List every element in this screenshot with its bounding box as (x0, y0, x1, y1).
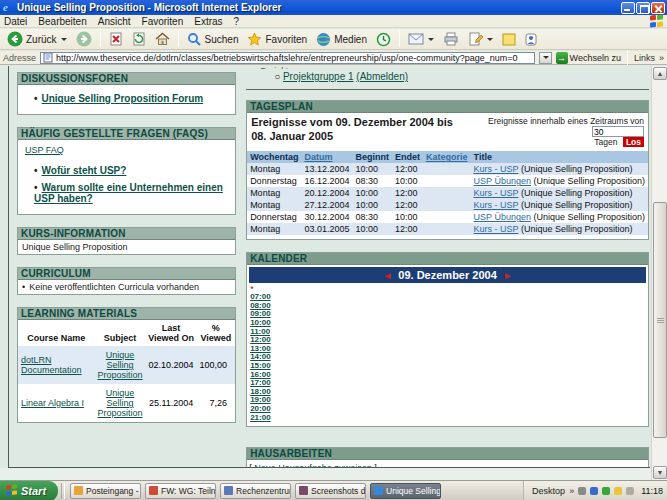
bullet-icon: • (34, 165, 38, 176)
address-dropdown-button[interactable] (539, 52, 552, 64)
usp-faq-link[interactable]: USP FAQ (25, 145, 64, 155)
table-header-row: Wochentag Datum Beginnt Endet Kategorie … (247, 151, 648, 163)
time-slot-link[interactable]: 19:00 (250, 396, 648, 405)
close-button[interactable] (651, 2, 665, 14)
maximize-button[interactable] (636, 2, 650, 14)
event-link[interactable]: Kurs - USP (474, 164, 519, 174)
media-button[interactable]: Medien (313, 31, 370, 48)
event-link[interactable]: USP Übungen (474, 176, 531, 186)
tray-icon[interactable] (602, 487, 610, 495)
time-slot-link[interactable]: 08:00 (250, 302, 648, 311)
links-chevron-icon[interactable]: » (659, 53, 664, 63)
days-input[interactable] (592, 126, 644, 137)
time-slot-link[interactable]: 16:00 (250, 371, 648, 380)
stop-button[interactable] (106, 31, 126, 47)
desktop-toolbar-label[interactable]: Desktop (532, 486, 565, 496)
tray-chevron-icon[interactable]: » (569, 486, 574, 496)
edit-dropdown-icon[interactable] (487, 38, 493, 41)
go-button[interactable]: → Wechseln zu (556, 52, 621, 64)
course-link[interactable]: Linear Algebra I (21, 398, 84, 408)
back-button[interactable]: Zurück (4, 30, 70, 48)
scrollbar-thumb[interactable] (653, 202, 667, 438)
time-slot-link[interactable]: 13:00 (250, 345, 648, 354)
task-label: Posteingang - Micros... (86, 486, 141, 496)
time-slot-link[interactable]: 17:00 (250, 379, 648, 388)
event-link[interactable]: USP Übungen (474, 212, 531, 222)
logout-link[interactable]: (Abmelden) (356, 71, 408, 82)
discuss-button[interactable] (499, 32, 519, 47)
column-pct-viewed[interactable]: % Viewed (197, 320, 236, 346)
event-link[interactable]: Kurs - USP (474, 188, 519, 198)
column-course-name[interactable]: Course Name (18, 320, 95, 346)
mail-dropdown-icon[interactable] (428, 38, 434, 41)
pct-viewed-cell: 100,00 (197, 346, 236, 384)
taskbar-task[interactable]: Screenshots dotLRN... (295, 483, 366, 499)
time-slot-link[interactable]: 10:00 (250, 319, 648, 328)
mail-button[interactable] (405, 32, 437, 46)
menu-ansicht[interactable]: Ansicht (98, 16, 131, 27)
menu-favoriten[interactable]: Favoriten (142, 16, 184, 27)
minimize-button[interactable] (621, 2, 635, 14)
taskbar-task[interactable]: Rechenzentrum Uni K... (220, 483, 291, 499)
menu-extras[interactable]: Extras (194, 16, 222, 27)
faq-question-link[interactable]: Wofür steht USP? (42, 165, 127, 176)
scroll-up-button[interactable]: ▲ (653, 67, 667, 80)
forum-link[interactable]: Unique Selling Proposition Forum (42, 93, 204, 104)
next-day-icon[interactable]: ► (503, 270, 513, 281)
time-slot-link[interactable]: 14:00 (250, 353, 648, 362)
time-slot-link[interactable]: 21:00 (250, 414, 648, 423)
column-endet: Endet (392, 151, 423, 163)
refresh-button[interactable] (129, 31, 149, 47)
taskbar-task[interactable]: Posteingang - Micros... (70, 483, 141, 499)
time-slot-link[interactable]: 18:00 (250, 388, 648, 397)
event-link[interactable]: Kurs - USP (474, 224, 519, 234)
task-label: Rechenzentrum Uni K... (236, 486, 291, 496)
column-subject[interactable]: Subject (95, 320, 146, 346)
vertical-scrollbar[interactable]: ▲ ▼ (651, 66, 667, 480)
time-slot-link[interactable]: 09:00 (250, 310, 648, 319)
tray-icon[interactable] (590, 487, 598, 495)
edit-button[interactable] (465, 31, 496, 47)
menu-help[interactable]: ? (234, 16, 240, 27)
date-cell: 13.12.2004 (301, 163, 352, 175)
time-slot-link[interactable]: 15:00 (250, 362, 648, 371)
tray-icon[interactable] (626, 487, 634, 495)
tray-icon[interactable] (614, 487, 622, 495)
links-label[interactable]: Links (634, 53, 655, 63)
time-slot-link[interactable]: 12:00 (250, 336, 648, 345)
taskbar-task-active[interactable]: Unique Selling Proposi... (370, 483, 441, 499)
day-cell: Montag (247, 223, 301, 235)
history-button[interactable] (373, 31, 394, 48)
day-cell: Donnerstag (247, 175, 301, 187)
course-link[interactable]: dotLRN Documentation (21, 355, 82, 375)
start-button[interactable]: Start (0, 481, 58, 500)
event-link[interactable]: Kurs - USP (474, 200, 519, 210)
column-kategorie-link[interactable]: Kategorie (426, 152, 468, 162)
tray-icon[interactable] (578, 487, 586, 495)
taskbar-task[interactable]: FW: WG: Teilnahme v... (145, 483, 216, 499)
calendar-time-list: 07:00 08:00 09:00 10:00 11:00 12:00 13:0… (247, 293, 648, 426)
column-last-viewed[interactable]: Last Viewed On (146, 320, 197, 346)
scroll-down-button[interactable]: ▼ (653, 466, 667, 479)
menu-bearbeiten[interactable]: Bearbeiten (38, 16, 86, 27)
los-button[interactable]: Los (623, 137, 644, 147)
time-slot-link[interactable]: 11:00 (250, 328, 648, 337)
faq-question-link[interactable]: Warum sollte eine Unternehmen einen USP … (34, 182, 223, 204)
forward-button[interactable] (73, 30, 95, 48)
time-slot-link[interactable]: 20:00 (250, 405, 648, 414)
home-button[interactable] (152, 31, 173, 47)
column-datum-link[interactable]: Datum (304, 152, 332, 162)
messenger-button[interactable] (522, 32, 540, 47)
subject-link[interactable]: Unique Selling Proposition (98, 388, 143, 418)
project-group-link[interactable]: Projektgruppe 1 (283, 71, 354, 82)
time-slot-link[interactable]: 07:00 (250, 293, 648, 302)
menu-datei[interactable]: Datei (4, 16, 27, 27)
address-input[interactable]: http://www.theservice.de/dotlrn/classes/… (40, 52, 535, 64)
print-button[interactable] (440, 31, 462, 47)
prev-day-icon[interactable]: ◄ (382, 270, 392, 281)
favorites-button[interactable]: Favoriten (244, 31, 310, 48)
back-dropdown-icon[interactable] (61, 38, 67, 41)
task-label: FW: WG: Teilnahme v... (161, 486, 216, 496)
subject-link[interactable]: Unique Selling Proposition (98, 350, 143, 380)
search-button[interactable]: Suchen (184, 31, 242, 48)
